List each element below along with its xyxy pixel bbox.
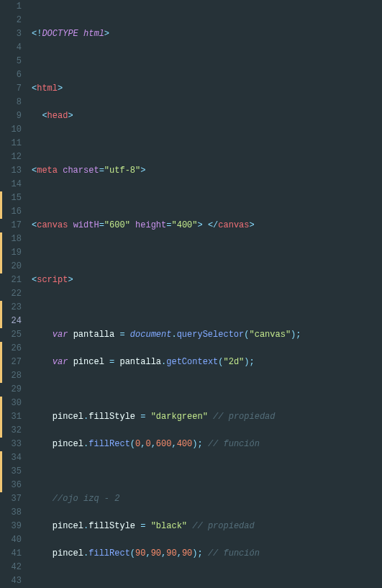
line-number: 21: [6, 273, 22, 287]
line-number: 10: [6, 123, 22, 137]
line-number: 24: [6, 315, 22, 328]
line-number: 2: [6, 14, 22, 27]
code-line: [32, 137, 382, 150]
code-line: <meta charset="utf-8">: [32, 164, 382, 178]
code-line: <canvas widtH="600" height="400"> </canv…: [32, 219, 382, 232]
code-line: var pincel = pantalla.getContext("2d");: [32, 356, 382, 369]
code-editor-area[interactable]: <!DOCTYPE html> <html> <head> <meta char…: [32, 0, 382, 588]
line-number: 1: [6, 0, 22, 14]
code-line: [32, 383, 382, 397]
line-number: 41: [6, 547, 22, 561]
line-number: 43: [6, 574, 22, 588]
line-number: 18: [6, 232, 22, 246]
line-number: 33: [6, 438, 22, 451]
code-line: var pantalla = document.querySelector("c…: [32, 328, 382, 342]
code-line: <head>: [32, 109, 382, 123]
code-line: pincel.fillStyle = "black" // propiedad: [32, 520, 382, 533]
code-line: [32, 574, 382, 588]
code-line: [32, 301, 382, 315]
code-line: pincel.fillStyle = "darkgreen" // propie…: [32, 410, 382, 424]
code-line: [32, 191, 382, 205]
line-number: 34: [6, 451, 22, 465]
line-number: 9: [6, 109, 22, 123]
code-line: [32, 55, 382, 68]
line-number: 22: [6, 287, 22, 301]
line-number: 3: [6, 27, 22, 41]
code-line: [32, 465, 382, 479]
line-number: 12: [6, 150, 22, 164]
code-line: <!DOCTYPE html>: [32, 27, 382, 41]
line-number: 35: [6, 465, 22, 479]
line-number: 28: [6, 369, 22, 383]
line-number: 8: [6, 96, 22, 109]
line-number: 30: [6, 397, 22, 410]
line-number: 16: [6, 205, 22, 219]
line-number: 27: [6, 356, 22, 369]
line-number: 23: [6, 301, 22, 315]
line-number: 38: [6, 506, 22, 520]
line-number: 42: [6, 561, 22, 574]
line-number-gutter: 1234567891011121314151617181920212223242…: [0, 0, 32, 588]
line-number: 29: [6, 383, 22, 397]
line-number: 15: [6, 191, 22, 205]
line-number: 20: [6, 260, 22, 273]
line-number: 11: [6, 137, 22, 150]
vertical-scrollbar[interactable]: [373, 0, 381, 588]
code-line: //ojo izq - 2: [32, 492, 382, 506]
line-number: 31: [6, 410, 22, 424]
line-number: 5: [6, 55, 22, 68]
line-number: 14: [6, 178, 22, 191]
line-number: 6: [6, 68, 22, 82]
line-number: 4: [6, 41, 22, 55]
line-number: 7: [6, 82, 22, 96]
line-number: 19: [6, 246, 22, 260]
line-number: 37: [6, 492, 22, 506]
line-number: 39: [6, 520, 22, 533]
line-number: 40: [6, 533, 22, 547]
line-number: 32: [6, 424, 22, 438]
code-line: <script>: [32, 273, 382, 287]
line-number: 25: [6, 328, 22, 342]
code-line: pincel.fillRect(90,90,90,90); // función: [32, 547, 382, 561]
line-number: 26: [6, 342, 22, 356]
code-line: pincel.fillRect(0,0,600,400); // función: [32, 438, 382, 451]
code-line: [32, 246, 382, 260]
code-line: <html>: [32, 82, 382, 96]
line-number: 36: [6, 479, 22, 492]
line-number: 17: [6, 219, 22, 232]
line-number: 13: [6, 164, 22, 178]
